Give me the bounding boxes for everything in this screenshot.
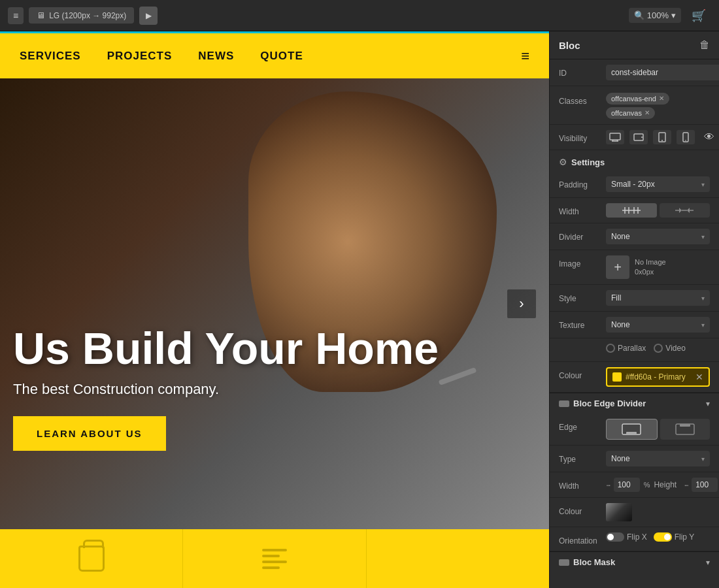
play-button[interactable]: ▶: [139, 7, 158, 25]
visibility-icons: 👁: [606, 130, 718, 144]
width-wide-btn[interactable]: [660, 203, 711, 218]
padding-dropdown-arrow: ▾: [701, 181, 705, 188]
width-input[interactable]: [614, 478, 640, 492]
svg-marker-23: [687, 208, 690, 213]
style-dropdown[interactable]: Fill ▾: [606, 290, 710, 306]
wh-value-area: ··· % Height ··· px: [606, 478, 719, 492]
image-add-button[interactable]: +: [606, 255, 629, 279]
settings-label: Settings: [571, 157, 710, 167]
flip-x-thumb: [607, 534, 614, 540]
hero-cta-button[interactable]: LEARN ABOUT US: [13, 416, 166, 451]
menu-button[interactable]: ≡: [8, 7, 24, 24]
bottom-tile-1: [0, 529, 183, 588]
lines-icon: [262, 546, 287, 571]
monitor-icon: 🖥: [37, 10, 45, 20]
settings-section-header[interactable]: ⚙ Settings: [550, 150, 719, 171]
checkbox-group: Parallax Video: [606, 344, 686, 353]
nav-link-quote[interactable]: QUOTE: [260, 50, 303, 63]
id-input[interactable]: [606, 65, 714, 80]
width-narrow-btn[interactable]: [606, 203, 657, 218]
remove-class-offcanvas[interactable]: ✕: [644, 110, 650, 116]
colour-field[interactable]: #ffd60a - Primary ✕: [606, 367, 710, 387]
id-row: ID ✕: [550, 59, 719, 86]
cart-button[interactable]: 🛒: [686, 6, 711, 25]
edge-bottom-btn[interactable]: [660, 419, 711, 440]
svg-point-9: [685, 140, 686, 141]
device-selector[interactable]: 🖥 LG (1200px → 992px): [29, 7, 134, 24]
video-checkbox[interactable]: Video: [654, 344, 685, 353]
orientation-controls: Flip X Flip Y: [606, 532, 710, 542]
flip-x-track[interactable]: [606, 532, 624, 542]
visibility-eye[interactable]: 👁: [700, 130, 718, 144]
panel-title: Bloc: [559, 40, 580, 51]
colour-swatch: [612, 372, 622, 382]
padding-value-area: Small - 20px ▾: [606, 176, 710, 192]
divider-dropdown[interactable]: None ▾: [606, 229, 710, 244]
class-tag-offcanvas: offcanvas ✕: [606, 107, 655, 119]
id-clear-button[interactable]: ✕: [714, 65, 719, 80]
parallax-row: Parallax Video: [550, 338, 719, 362]
type-value: None: [611, 454, 701, 463]
wh-label: Width: [559, 478, 606, 491]
hamburger-icon[interactable]: ≡: [521, 48, 529, 65]
bloc-edge-divider-toggle: ▾: [706, 399, 710, 408]
play-icon: ▶: [146, 11, 152, 20]
flip-y-toggle: Flip Y: [654, 532, 694, 542]
colour-row: Colour #ffd60a - Primary ✕: [550, 362, 719, 393]
parallax-checkbox[interactable]: Parallax: [606, 344, 646, 353]
classes-area: offcanvas-end ✕ offcanvas ✕: [606, 93, 710, 119]
image-row: Image + No Image 0x0px: [550, 250, 719, 285]
bloc-mask-header[interactable]: Bloc Mask ▾: [550, 551, 719, 572]
image-size: 0x0px: [635, 267, 666, 277]
visibility-row: Visibility 👁: [550, 125, 719, 150]
flip-y-track[interactable]: [654, 532, 672, 542]
svg-point-5: [641, 137, 643, 138]
bloc-mask-toggle: ▾: [706, 558, 710, 567]
type-row: Type None ▾: [550, 446, 719, 472]
edge-value-area: [606, 419, 710, 440]
delete-button[interactable]: 🗑: [699, 39, 710, 51]
texture-dropdown[interactable]: None ▾: [606, 317, 710, 333]
svg-rect-0: [610, 133, 620, 140]
style-value-area: Fill ▾: [606, 290, 710, 306]
type-value-area: None ▾: [606, 451, 710, 466]
right-panel: Bloc 🗑 ID ✕ Classes offcanvas-end ✕: [549, 31, 719, 588]
nav-link-services[interactable]: SERVICES: [20, 50, 81, 63]
settings-icon: ⚙: [559, 157, 567, 167]
visibility-phone[interactable]: [677, 130, 695, 144]
hero-next-arrow[interactable]: ›: [507, 289, 536, 318]
remove-class-offcanvas-end[interactable]: ✕: [659, 95, 664, 102]
colour-clear-button[interactable]: ✕: [695, 372, 703, 382]
edge-row: Edge: [550, 414, 719, 446]
tile-line-1: [262, 549, 287, 551]
bucket-icon: [78, 546, 105, 572]
tile-line-4: [262, 566, 280, 569]
bloc-edge-divider-header[interactable]: Bloc Edge Divider ▾: [550, 393, 719, 414]
edge-colour-label: Colour: [559, 503, 606, 516]
texture-label: Texture: [559, 317, 606, 330]
nav-link-projects[interactable]: PROJECTS: [107, 50, 173, 63]
edge-top-btn[interactable]: [606, 419, 658, 440]
padding-dropdown[interactable]: Small - 20px ▾: [606, 176, 710, 192]
width-toggle-group: [606, 203, 710, 218]
flip-y-thumb: [664, 534, 671, 540]
visibility-tablet-v[interactable]: [653, 130, 671, 144]
visibility-desktop[interactable]: [606, 130, 624, 144]
type-dropdown[interactable]: None ▾: [606, 451, 710, 466]
divider-label: Divider: [559, 229, 606, 242]
parallax-circle: [606, 344, 615, 353]
visibility-tablet-h[interactable]: [629, 130, 648, 144]
search-icon: 🔍: [634, 10, 644, 20]
parallax-spacer: [559, 344, 606, 348]
image-row-inner: + No Image 0x0px: [606, 255, 666, 279]
nav-link-news[interactable]: NEWS: [198, 50, 234, 63]
colour-label: Colour: [559, 367, 606, 380]
bloc-mask-icon: [559, 559, 569, 566]
image-no-image: No Image: [635, 257, 666, 267]
divider-dropdown-arrow: ▾: [701, 233, 705, 240]
site-navigation: SERVICES PROJECTS NEWS QUOTE ≡: [0, 31, 549, 78]
zoom-control[interactable]: 🔍 100% ▾: [629, 8, 681, 23]
main-area: SERVICES PROJECTS NEWS QUOTE ≡ Us Build …: [0, 31, 719, 588]
height-input[interactable]: [692, 478, 718, 492]
edge-colour-gradient[interactable]: [606, 503, 632, 521]
